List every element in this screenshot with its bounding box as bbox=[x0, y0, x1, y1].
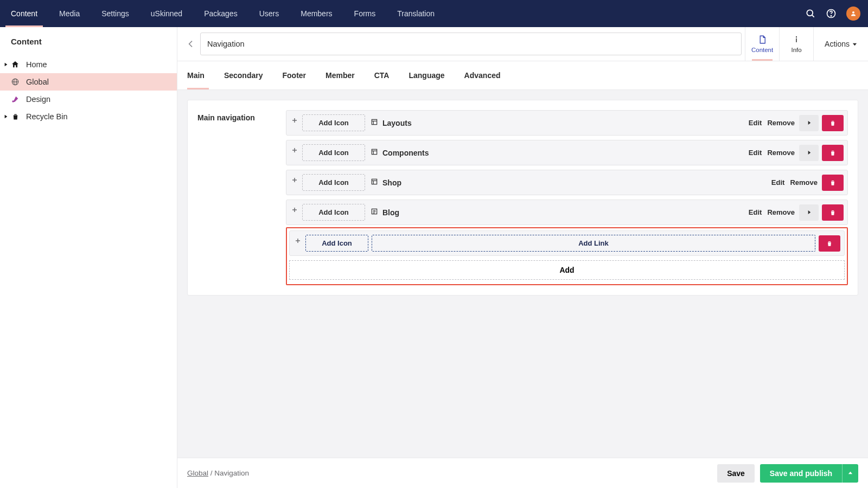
content-tab-secondary[interactable]: Secondary bbox=[214, 61, 273, 89]
add-icon-button[interactable]: Add Icon bbox=[302, 114, 365, 131]
nav-row: Add IconComponentsEditRemove bbox=[286, 140, 848, 165]
delete-button[interactable] bbox=[819, 235, 840, 252]
editor-app-label: Info bbox=[791, 47, 801, 53]
remove-action[interactable]: Remove bbox=[766, 119, 796, 127]
actions-menu[interactable]: Actions bbox=[814, 27, 868, 61]
add-link-button[interactable]: Add Link bbox=[372, 235, 815, 252]
topnav-tab-packages[interactable]: Packages bbox=[193, 0, 248, 27]
svg-point-4 bbox=[852, 11, 854, 14]
content-tab-main[interactable]: Main bbox=[187, 61, 214, 89]
tree-item-label: Home bbox=[26, 60, 47, 69]
add-before-handle[interactable] bbox=[293, 235, 302, 243]
content-tree: HomeGlobalDesignRecycle Bin bbox=[0, 56, 177, 125]
remove-action[interactable]: Remove bbox=[766, 149, 796, 157]
nav-item-link[interactable]: Blog bbox=[368, 208, 744, 217]
tree-item-home[interactable]: Home bbox=[0, 56, 177, 73]
topnav-tab-content[interactable]: Content bbox=[0, 0, 48, 27]
editor-app-info[interactable]: Info bbox=[780, 27, 814, 61]
nav-item-link[interactable]: Layouts bbox=[368, 118, 744, 127]
add-before-handle[interactable] bbox=[290, 114, 299, 123]
svg-marker-5 bbox=[5, 63, 8, 66]
nav-item-actions: EditRemove bbox=[748, 204, 844, 221]
nav-item-title: Shop bbox=[382, 178, 401, 187]
nav-item-title: Components bbox=[382, 149, 429, 157]
top-nav: ContentMediaSettingsuSkinnedPackagesUser… bbox=[0, 0, 868, 27]
delete-button[interactable] bbox=[822, 145, 844, 161]
topnav-tab-media[interactable]: Media bbox=[48, 0, 91, 27]
save-and-publish-button[interactable]: Save and publish bbox=[760, 464, 842, 483]
trash-icon bbox=[10, 113, 21, 121]
nav-item-link[interactable]: Components bbox=[368, 148, 744, 157]
layout-icon bbox=[371, 178, 378, 187]
add-icon-button[interactable]: Add Icon bbox=[302, 144, 365, 161]
editor-footer: Global / Navigation Save Save and publis… bbox=[177, 458, 868, 488]
breadcrumb-root[interactable]: Global bbox=[187, 469, 208, 477]
save-button[interactable]: Save bbox=[717, 464, 755, 483]
brush-icon bbox=[10, 95, 21, 104]
add-icon-button[interactable]: Add Icon bbox=[302, 204, 365, 221]
tree-caret-icon[interactable] bbox=[2, 62, 10, 67]
footer-actions: Save Save and publish bbox=[717, 464, 858, 483]
home-icon bbox=[10, 60, 21, 69]
add-row-button[interactable]: Add bbox=[289, 260, 845, 280]
tree-item-global[interactable]: Global bbox=[0, 73, 177, 91]
editor-app-content[interactable]: Content bbox=[745, 27, 780, 61]
add-before-handle[interactable] bbox=[290, 174, 299, 183]
topnav-tab-members[interactable]: Members bbox=[290, 0, 343, 27]
content-tab-cta[interactable]: CTA bbox=[365, 61, 399, 89]
topnav-tab-forms[interactable]: Forms bbox=[343, 0, 387, 27]
remove-action[interactable]: Remove bbox=[789, 178, 819, 187]
tree-item-recycle-bin[interactable]: Recycle Bin bbox=[0, 108, 177, 125]
expand-button[interactable] bbox=[799, 115, 819, 131]
tree-caret-icon[interactable] bbox=[2, 114, 10, 119]
content-tab-advanced[interactable]: Advanced bbox=[455, 61, 510, 89]
edit-action[interactable]: Edit bbox=[770, 178, 786, 187]
add-icon-button[interactable]: Add Icon bbox=[305, 235, 368, 252]
content-tree-sidebar: Content HomeGlobalDesignRecycle Bin bbox=[0, 27, 177, 488]
delete-button[interactable] bbox=[822, 204, 844, 221]
svg-line-1 bbox=[812, 15, 814, 17]
edit-action[interactable]: Edit bbox=[748, 149, 763, 157]
topnav-tab-users[interactable]: Users bbox=[248, 0, 290, 27]
svg-point-3 bbox=[831, 16, 831, 16]
remove-action[interactable]: Remove bbox=[766, 208, 796, 216]
main-navigation-panel: Main navigation Add IconLayoutsEditRemov… bbox=[187, 100, 858, 296]
nav-row: Add IconLayoutsEditRemove bbox=[286, 110, 848, 136]
expand-button[interactable] bbox=[799, 204, 819, 221]
caret-down-icon bbox=[852, 42, 857, 47]
caret-up-icon bbox=[848, 471, 853, 476]
delete-button[interactable] bbox=[822, 175, 844, 191]
publish-dropdown-button[interactable] bbox=[842, 464, 858, 483]
svg-marker-11 bbox=[853, 43, 857, 46]
edit-action[interactable]: Edit bbox=[748, 119, 763, 127]
expand-button[interactable] bbox=[799, 145, 819, 161]
nav-item-actions: EditRemove bbox=[748, 115, 844, 131]
svg-rect-26 bbox=[372, 179, 376, 184]
sidebar-header: Content bbox=[0, 27, 177, 56]
editor-apps: ContentInfo bbox=[745, 27, 814, 61]
topnav-tab-settings[interactable]: Settings bbox=[91, 0, 140, 27]
topnav-tab-translation[interactable]: Translation bbox=[386, 0, 445, 27]
help-icon[interactable] bbox=[826, 8, 837, 19]
add-before-handle[interactable] bbox=[290, 144, 299, 153]
content-tab-language[interactable]: Language bbox=[399, 61, 454, 89]
node-title-input[interactable] bbox=[200, 33, 742, 55]
content-tab-member[interactable]: Member bbox=[316, 61, 365, 89]
delete-button[interactable] bbox=[822, 115, 844, 131]
user-avatar[interactable] bbox=[846, 7, 860, 21]
back-button[interactable] bbox=[182, 27, 200, 61]
add-before-handle[interactable] bbox=[290, 204, 299, 213]
content-tab-footer[interactable]: Footer bbox=[272, 61, 316, 89]
add-icon-button[interactable]: Add Icon bbox=[302, 174, 365, 191]
tree-item-design[interactable]: Design bbox=[0, 91, 177, 108]
new-row-highlight: Add IconAdd LinkAdd bbox=[286, 227, 848, 285]
layout-icon bbox=[371, 148, 378, 157]
tree-item-label: Global bbox=[26, 78, 49, 86]
tree-item-label: Design bbox=[26, 95, 50, 104]
nav-item-title: Blog bbox=[382, 208, 399, 217]
search-icon[interactable] bbox=[805, 8, 816, 19]
topnav-tab-uskinned[interactable]: uSkinned bbox=[140, 0, 193, 27]
breadcrumb: Global / Navigation bbox=[187, 469, 249, 477]
nav-item-link[interactable]: Shop bbox=[368, 178, 767, 187]
edit-action[interactable]: Edit bbox=[748, 208, 763, 216]
